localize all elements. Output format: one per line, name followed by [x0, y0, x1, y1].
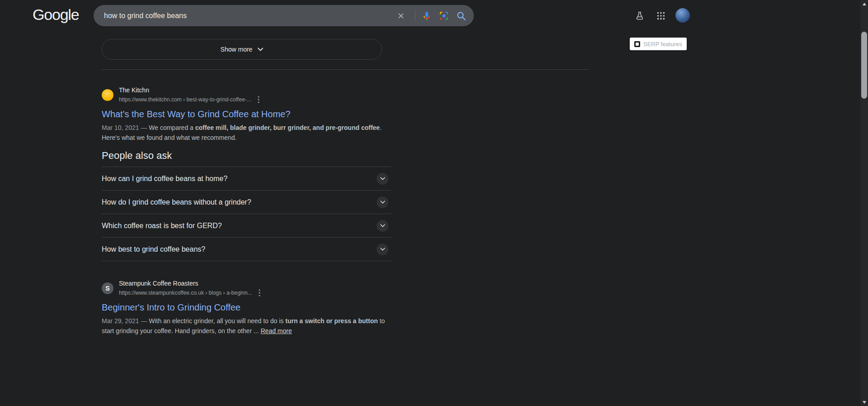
scrollbar-thumb[interactable] [861, 32, 867, 99]
paa-expand-button[interactable] [377, 220, 388, 232]
scroll-down-button[interactable] [860, 398, 868, 406]
serp-features-icon [634, 41, 640, 47]
result-menu-button[interactable] [257, 288, 262, 297]
search-result-kitchn: The Kitchn https://www.thekitchn.com › b… [102, 86, 396, 143]
read-more-link[interactable]: Read more [261, 327, 292, 334]
chevron-down-icon [380, 224, 385, 227]
snippet-text: With an electric grinder, all you will n… [149, 317, 285, 325]
snippet-text: We compared a [149, 124, 195, 131]
kebab-menu-icon [258, 96, 259, 103]
paa-expand-button[interactable] [377, 173, 388, 185]
microphone-icon [421, 10, 432, 21]
chevron-down-icon [258, 48, 263, 51]
lens-search-button[interactable] [438, 10, 450, 22]
result-menu-button[interactable] [256, 95, 261, 104]
site-favicon-kitchn [102, 89, 113, 101]
google-lens-icon [439, 10, 449, 21]
google-apps-button[interactable] [656, 11, 666, 22]
scrollbar[interactable] [860, 0, 868, 406]
site-favicon-steampunk: S [102, 282, 113, 294]
serp-features-badge[interactable]: SERP features [630, 38, 687, 50]
paa-question-text: How best to grind coffee beans? [102, 245, 205, 253]
paa-question-text: How can I grind coffee beans at home? [102, 175, 227, 183]
chevron-down-icon [380, 201, 385, 204]
search-bar[interactable] [94, 5, 474, 26]
close-icon [397, 12, 405, 20]
chevron-down-icon [380, 177, 385, 180]
snippet-bold-text: turn a switch or press a button [285, 317, 378, 325]
people-also-ask-list: How can I grind coffee beans at home? Ho… [102, 167, 391, 261]
clear-search-button[interactable] [395, 10, 407, 22]
arrow-up-icon [863, 3, 866, 5]
google-serp-page: Google [0, 0, 868, 406]
paa-question-row[interactable]: Which coffee roast is best for GERD? [102, 214, 391, 237]
show-more-label: Show more [221, 46, 253, 53]
people-also-ask-heading: People also ask [102, 150, 172, 162]
result-snippet: Mar 10, 2021 — We compared a coffee mill… [102, 123, 393, 143]
paa-question-row[interactable]: How do I grind coffee beans without a gr… [102, 190, 391, 214]
site-name: Steampunk Coffee Roasters [119, 279, 262, 287]
results-divider [102, 69, 589, 70]
site-name: The Kitchn [119, 86, 261, 94]
result-date: Mar 29, 2021 — [102, 317, 149, 325]
paa-question-row[interactable]: How best to grind coffee beans? [102, 237, 391, 261]
result-source[interactable]: S Steampunk Coffee Roasters https://www.… [102, 279, 396, 297]
scroll-up-button[interactable] [860, 0, 868, 8]
search-input[interactable] [104, 12, 395, 20]
search-bar-divider [415, 10, 415, 22]
result-date: Mar 10, 2021 — [102, 124, 149, 131]
show-more-button[interactable]: Show more [102, 39, 382, 60]
google-logo[interactable]: Google [33, 6, 79, 24]
arrow-down-icon [863, 401, 866, 404]
apps-grid-icon [656, 11, 666, 21]
kebab-menu-icon [259, 289, 260, 296]
voice-search-button[interactable] [421, 10, 433, 22]
paa-question-text: How do I grind coffee beans without a gr… [102, 198, 251, 206]
labs-button[interactable] [635, 11, 645, 22]
profile-avatar[interactable] [675, 8, 690, 23]
snippet-bold-text: coffee mill, blade grinder, burr grinder… [195, 124, 380, 131]
search-icon [456, 10, 467, 21]
favicon-letter: S [105, 285, 109, 292]
search-result-steampunk: S Steampunk Coffee Roasters https://www.… [102, 279, 396, 336]
labs-flask-icon [635, 11, 645, 21]
result-snippet: Mar 29, 2021 — With an electric grinder,… [102, 316, 393, 336]
paa-expand-button[interactable] [377, 244, 388, 255]
result-title-link[interactable]: What's the Best Way to Grind Coffee at H… [102, 108, 290, 120]
search-submit-button[interactable] [455, 10, 467, 22]
serp-features-label: SERP features [643, 41, 682, 48]
paa-question-row[interactable]: How can I grind coffee beans at home? [102, 167, 391, 190]
result-title-link[interactable]: Beginner's Intro to Grinding Coffee [102, 301, 241, 313]
chevron-down-icon [380, 248, 385, 251]
result-breadcrumb: https://www.steampunkcoffee.co.uk › blog… [119, 289, 252, 296]
paa-question-text: Which coffee roast is best for GERD? [102, 222, 222, 230]
paa-expand-button[interactable] [377, 196, 388, 208]
result-breadcrumb: https://www.thekitchn.com › best-way-to-… [119, 96, 251, 103]
result-source[interactable]: The Kitchn https://www.thekitchn.com › b… [102, 86, 396, 104]
